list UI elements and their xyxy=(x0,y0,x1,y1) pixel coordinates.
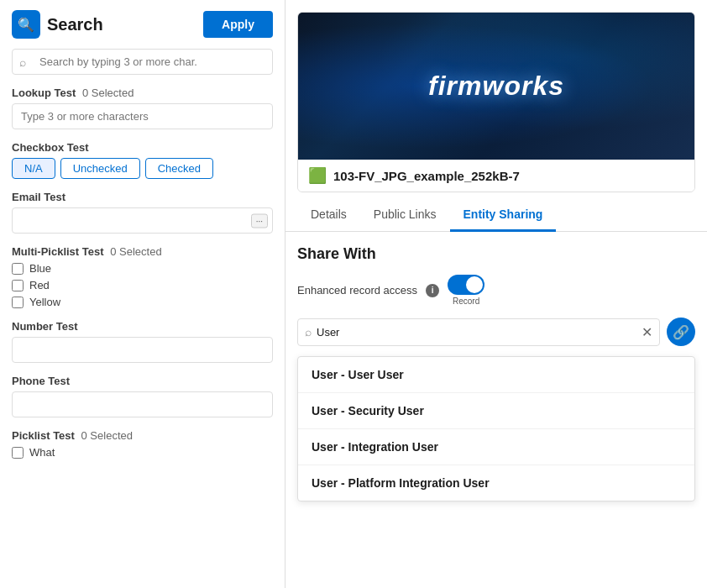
tabs-bar: Details Public Links Entity Sharing xyxy=(285,199,707,232)
left-panel: 🔍 Search Apply ⌕ Lookup Test 0 Selected … xyxy=(0,0,285,588)
share-with-title: Share With xyxy=(297,245,695,263)
picklist-what-checkbox[interactable] xyxy=(12,447,24,459)
checkbox-test-section: Checkbox Test N/A Unchecked Checked xyxy=(12,141,273,179)
number-test-input[interactable] xyxy=(12,337,273,363)
email-test-section: Email Test ··· xyxy=(12,191,273,234)
file-type-icon: 🟩 xyxy=(308,166,327,185)
global-search-input[interactable] xyxy=(12,49,273,75)
picklist-test-count: 0 Selected xyxy=(81,429,133,442)
enhanced-access-row: Enhanced record access i Record xyxy=(297,275,695,306)
phone-test-label: Phone Test xyxy=(12,375,273,387)
user-search-clear-icon[interactable]: ✕ xyxy=(642,324,652,340)
checkbox-test-label: Checkbox Test xyxy=(12,141,273,154)
number-test-label: Number Test xyxy=(12,320,273,333)
toggle-record-label: Record xyxy=(453,297,479,306)
picklist-test-section: Picklist Test 0 Selected What xyxy=(12,429,273,459)
dropdown-item-user-user[interactable]: User - User User xyxy=(298,357,694,393)
picklist-red-label: Red xyxy=(29,279,50,291)
search-icon-box: 🔍 xyxy=(12,10,40,39)
multi-picklist-label: Multi-Picklist Test 0 Selected xyxy=(12,245,273,258)
checkbox-unchecked-button[interactable]: Unchecked xyxy=(60,158,140,179)
file-name-text: 103-FV_JPG_example_252kB-7 xyxy=(333,169,520,183)
search-magnifier-icon: ⌕ xyxy=(19,55,26,69)
search-header: 🔍 Search Apply xyxy=(12,10,273,39)
picklist-yellow-checkbox[interactable] xyxy=(12,297,24,308)
apply-button[interactable]: Apply xyxy=(203,11,273,38)
dropdown-item-integration-user[interactable]: User - Integration User xyxy=(298,429,694,465)
tab-details[interactable]: Details xyxy=(297,199,360,232)
dropdown-item-security-user[interactable]: User - Security User xyxy=(298,393,694,429)
link-button[interactable]: 🔗 xyxy=(667,318,695,346)
firmworks-logo-text: firmworks xyxy=(428,71,564,102)
link-icon: 🔗 xyxy=(673,324,689,340)
search-title-group: 🔍 Search xyxy=(12,10,103,39)
user-search-row: ⌕ ✕ 🔗 xyxy=(297,318,695,346)
checkbox-checked-button[interactable]: Checked xyxy=(145,158,213,179)
file-preview: firmworks 🟩 103-FV_JPG_example_252kB-7 xyxy=(297,12,695,192)
dropdown-item-platform-integration-user[interactable]: User - Platform Integration User xyxy=(298,465,694,501)
picklist-yellow-label: Yellow xyxy=(29,296,60,308)
entity-sharing-content: Share With Enhanced record access i Reco… xyxy=(285,232,707,515)
toggle-wrapper: Record xyxy=(448,275,484,306)
file-name-bar: 🟩 103-FV_JPG_example_252kB-7 xyxy=(298,160,694,192)
tab-entity-sharing[interactable]: Entity Sharing xyxy=(450,199,557,232)
picklist-what-item[interactable]: What xyxy=(12,446,273,459)
lookup-count: 0 Selected xyxy=(82,87,134,99)
tab-public-links[interactable]: Public Links xyxy=(360,199,450,232)
picklist-red-item[interactable]: Red xyxy=(12,279,273,291)
number-test-section: Number Test xyxy=(12,320,273,363)
email-test-label: Email Test xyxy=(12,191,273,203)
picklist-what-label: What xyxy=(29,446,55,459)
right-panel: firmworks 🟩 103-FV_JPG_example_252kB-7 D… xyxy=(285,0,707,588)
search-icon: 🔍 xyxy=(18,17,34,33)
user-dropdown-list: User - User User User - Security User Us… xyxy=(297,356,695,501)
user-search-magnifier-icon: ⌕ xyxy=(305,325,312,339)
picklist-test-label: Picklist Test 0 Selected xyxy=(12,429,273,442)
checkbox-na-button[interactable]: N/A xyxy=(12,158,55,179)
picklist-blue-checkbox[interactable] xyxy=(12,263,24,275)
multi-picklist-section: Multi-Picklist Test 0 Selected Blue Red … xyxy=(12,245,273,308)
picklist-red-checkbox[interactable] xyxy=(12,280,24,291)
user-search-input-wrapper: ⌕ ✕ xyxy=(297,318,660,346)
phone-test-input[interactable] xyxy=(12,391,273,417)
search-panel-title: Search xyxy=(47,15,103,34)
enhanced-access-label: Enhanced record access xyxy=(297,284,417,297)
email-test-input[interactable] xyxy=(12,207,273,234)
enhanced-access-toggle[interactable] xyxy=(448,275,484,295)
picklist-blue-label: Blue xyxy=(29,262,51,275)
email-ellipsis-button[interactable]: ··· xyxy=(251,213,268,228)
lookup-test-input[interactable] xyxy=(12,103,273,129)
multi-picklist-list: Blue Red Yellow xyxy=(12,262,273,308)
lookup-test-section: Lookup Test 0 Selected xyxy=(12,87,273,129)
info-icon[interactable]: i xyxy=(426,284,439,297)
phone-test-section: Phone Test xyxy=(12,375,273,417)
global-search-wrapper: ⌕ xyxy=(12,49,273,75)
file-preview-image: firmworks xyxy=(298,13,694,160)
lookup-test-label: Lookup Test 0 Selected xyxy=(12,87,273,99)
email-input-wrapper: ··· xyxy=(12,207,273,234)
picklist-yellow-item[interactable]: Yellow xyxy=(12,296,273,308)
user-search-input[interactable] xyxy=(317,326,642,339)
checkbox-btn-group: N/A Unchecked Checked xyxy=(12,158,273,179)
picklist-blue-item[interactable]: Blue xyxy=(12,262,273,275)
multi-picklist-count: 0 Selected xyxy=(110,245,161,258)
